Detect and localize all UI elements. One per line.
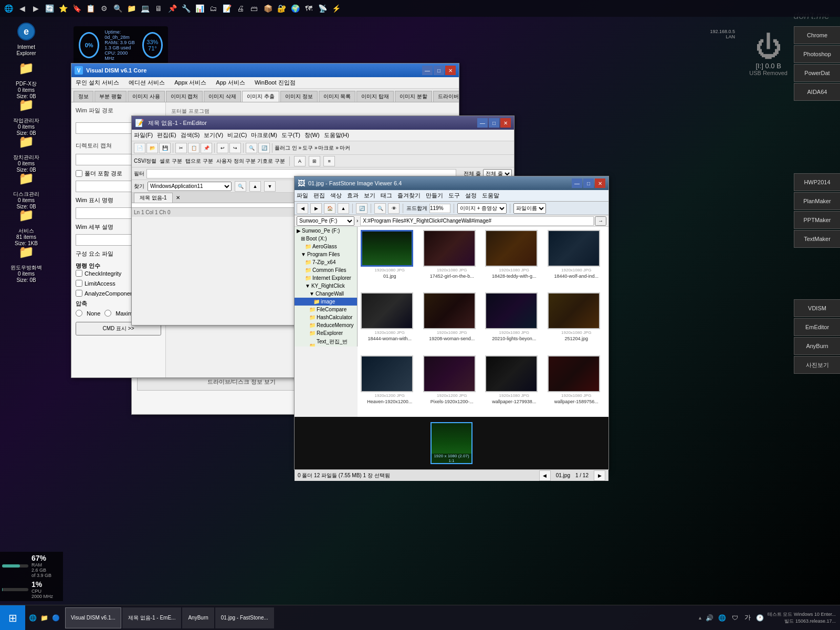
- check-integrity[interactable]: [76, 270, 82, 277]
- em-macro-select[interactable]: WindowsApplication11: [148, 182, 232, 191]
- toolbar-icon-7[interactable]: ⚙: [98, 2, 110, 15]
- fs-btn-refresh[interactable]: 🔄: [356, 203, 368, 214]
- fs-menu-color[interactable]: 색상: [330, 192, 342, 200]
- aida64-btn[interactable]: AIDA64: [794, 83, 840, 101]
- toolbar-icon-11[interactable]: 🖥: [152, 2, 165, 15]
- fs-tree-aeroglass[interactable]: 📁AeroGlass: [295, 243, 357, 250]
- toolbar-icon-14[interactable]: 📊: [193, 2, 206, 15]
- toolbar-icon-16[interactable]: 📝: [220, 2, 233, 15]
- toolbar-icon-22[interactable]: 🗺: [302, 2, 315, 15]
- toolbar-icon-20[interactable]: 🔐: [275, 2, 288, 15]
- fs-tree-progfiles[interactable]: ▼Program Files: [295, 250, 357, 258]
- photo-viewer-btn[interactable]: 사진보기: [794, 356, 840, 374]
- fs-thumb-1[interactable]: 1920x1080 JPG17452-girl-on-the-b...: [422, 229, 482, 289]
- compress-none[interactable]: [76, 310, 82, 317]
- fs-btn-view[interactable]: 👁: [388, 203, 400, 214]
- icon-firewall[interactable]: 📁 윈도우방화벽0 itemsSize: 0B: [5, 242, 47, 284]
- dism-tab-edition[interactable]: 에디션 서비스: [127, 78, 167, 88]
- toolbar-icon-5[interactable]: 🔖: [70, 2, 83, 15]
- tray-kb[interactable]: 가: [742, 613, 753, 623]
- fs-menu-tag[interactable]: 태그: [381, 192, 392, 200]
- em-btn-save[interactable]: 💾: [159, 143, 171, 153]
- fs-tree-changewall[interactable]: ▼ChangeWall: [295, 290, 357, 298]
- fs-menu-favorites[interactable]: 즐겨찾기: [397, 192, 421, 200]
- photoshop-btn[interactable]: Photoshop: [794, 45, 840, 63]
- fs-btn-back[interactable]: ◀: [297, 203, 308, 214]
- fs-path-input[interactable]: [360, 216, 594, 226]
- faststone-titlebar[interactable]: 🖼 01.jpg - FastStone Image Viewer 6.4 — …: [295, 176, 608, 190]
- fs-btn-nav2[interactable]: ▶: [594, 470, 605, 481]
- fs-thumb-11[interactable]: 1920x1080 JPGwallpaper-1589756...: [547, 354, 607, 415]
- fs-tree-common[interactable]: 📁Common Files: [295, 266, 357, 274]
- fs-menu-view[interactable]: 보기: [364, 192, 375, 200]
- powerdat-btn[interactable]: PowerDat: [794, 64, 840, 82]
- fs-tree-reexplorer[interactable]: 📁ReExplorer: [295, 329, 357, 337]
- fs-minimize[interactable]: —: [572, 178, 582, 188]
- icon-pdf[interactable]: 📁 PDF-X장0 itemsSize: 0B: [5, 58, 47, 100]
- fs-tree-hashcalc[interactable]: 📁HashCalculator: [295, 313, 357, 321]
- icon-device[interactable]: 📁 장치관리자0 itemsSize: 0B: [5, 131, 47, 173]
- fs-thumb-0[interactable]: 1920x1080 JPG01.jpg: [360, 229, 420, 289]
- hwp2014-btn[interactable]: HWP2014: [794, 173, 840, 191]
- dism-tab-split[interactable]: 이미지 분할: [395, 91, 432, 102]
- em-btn-search2[interactable]: ▲: [249, 181, 261, 192]
- toolbar-icon-8[interactable]: 🔍: [111, 2, 124, 15]
- dism-maximize[interactable]: □: [434, 66, 444, 75]
- em-btn-new[interactable]: 📄: [134, 143, 145, 153]
- anyburn-btn[interactable]: AnyBurn: [794, 337, 840, 355]
- em-btn-misc3[interactable]: ≡: [323, 156, 335, 166]
- fs-menu-file[interactable]: 파일: [297, 192, 308, 200]
- em-tab-sep[interactable]: 탭으로 구분: [185, 158, 213, 165]
- toolbar-icon-10[interactable]: 💻: [139, 2, 151, 15]
- fs-menu-create[interactable]: 만들기: [426, 192, 443, 200]
- fs-maximize[interactable]: □: [583, 178, 594, 188]
- em-cell-sep[interactable]: 셀로 구분: [160, 158, 182, 165]
- taskbar-tray-arrow[interactable]: ▲: [698, 615, 702, 621]
- fs-menu-settings[interactable]: 설정: [465, 192, 477, 200]
- em-menu-macro[interactable]: 마크로(M): [251, 131, 277, 139]
- fs-thumb-7[interactable]: 1920x1080 JPG251204.jpg: [547, 291, 607, 352]
- em-btn-misc1[interactable]: A: [294, 156, 306, 166]
- em-menu-compare[interactable]: 비교(C): [227, 131, 247, 139]
- toolbar-icon-23[interactable]: 📡: [316, 2, 329, 15]
- toolbar-icon-2[interactable]: ▶: [29, 2, 42, 15]
- emeditor-btn[interactable]: EmEditor: [794, 318, 840, 336]
- fs-menu-help[interactable]: 도움말: [482, 192, 499, 200]
- dism-tab-imginfo[interactable]: 이미지 정보: [280, 91, 318, 102]
- em-btn-misc2[interactable]: ⊞: [309, 156, 320, 166]
- planmaker-btn[interactable]: PlanMaker: [794, 192, 840, 210]
- taskbar-anyburn[interactable]: AnyBurn: [182, 607, 214, 628]
- fs-thumb-3[interactable]: 1920x1080 JPG18440-wolf-and-ind...: [547, 229, 607, 289]
- textmaker-btn[interactable]: TextMaker: [794, 230, 840, 248]
- dism-titlebar[interactable]: V Visual DISM v6.1 Core — □ ✕: [71, 64, 459, 77]
- em-tab-close[interactable]: ✕: [173, 194, 183, 202]
- fs-thumb-4[interactable]: 1920x1080 JPG18444-woman-with...: [360, 291, 420, 352]
- dism-tab-mount[interactable]: 이미지 탑재: [356, 91, 394, 102]
- fs-drive-select[interactable]: Sunwoo_Pe (F:): [297, 216, 354, 226]
- fs-menu-tools[interactable]: 도구: [448, 192, 460, 200]
- fs-btn-nav1[interactable]: ◀: [539, 470, 551, 481]
- dism-tab-use[interactable]: 이미지 사용: [128, 91, 165, 102]
- fs-tree-drive[interactable]: ▶Sunwoo_Pe (F:): [295, 227, 357, 235]
- fs-tree-ie[interactable]: 📁Internet Explorer: [295, 274, 357, 282]
- dism-tab-driver[interactable]: 드라이버 서비스: [433, 91, 459, 102]
- em-maximize[interactable]: □: [489, 118, 499, 128]
- icon-disk[interactable]: 📁 디스크관리0 itemsSize: 0B: [5, 168, 47, 210]
- em-close[interactable]: ✕: [500, 118, 511, 128]
- pptmaker-btn[interactable]: PPTMaker: [794, 211, 840, 229]
- tray-volume[interactable]: 🔊: [705, 613, 715, 623]
- fs-thumb-10[interactable]: 1920x1080 JPGwallpaper-1279938...: [484, 354, 544, 415]
- fs-view-mode-select[interactable]: 이미지 + 증영상: [457, 203, 507, 214]
- vdism-btn[interactable]: VDISM: [794, 299, 840, 317]
- em-btn-redo[interactable]: ↪: [229, 143, 241, 153]
- em-menu-file[interactable]: 파일(F): [134, 131, 153, 139]
- dism-tab-unattend[interactable]: 무인 설치 서비스: [74, 78, 121, 88]
- dism-tab-delete[interactable]: 이미지 삭제: [204, 91, 241, 102]
- icon-ie[interactable]: e InternetExplorer: [5, 21, 47, 57]
- fs-tree-7zip[interactable]: 📁7-Zip_x64: [295, 258, 357, 266]
- fs-btn-home[interactable]: 🏠: [324, 203, 335, 214]
- toolbar-icon-19[interactable]: 📦: [261, 2, 274, 15]
- icon-task[interactable]: 📁 작업관리자0 itemsSize: 0B: [5, 94, 47, 136]
- fs-thumb-8[interactable]: 1920x1200 JPGHeaven-1920x1200...: [360, 354, 420, 415]
- em-menu-search[interactable]: 검색(S): [181, 131, 200, 139]
